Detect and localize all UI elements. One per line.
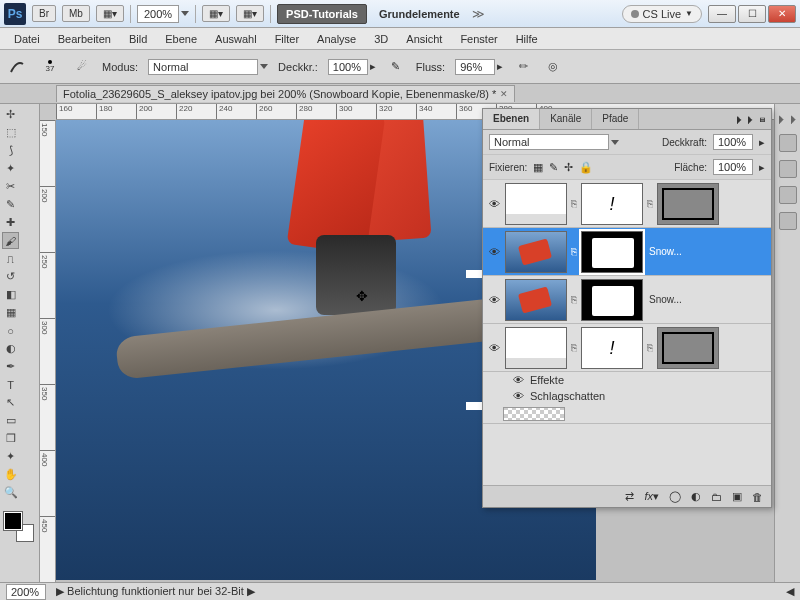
color-swatches[interactable] (4, 512, 34, 542)
group-icon[interactable]: 🗀 (711, 491, 722, 503)
stamp-tool[interactable]: ⎍ (2, 250, 19, 267)
opacity-field[interactable]: 100%▸ (328, 59, 376, 75)
tablet-opacity-icon[interactable]: ✎ (386, 57, 406, 77)
menu-fenster[interactable]: Fenster (452, 30, 505, 48)
workspace-more-icon[interactable]: ≫ (472, 7, 485, 21)
close-tab-icon[interactable]: ✕ (500, 89, 508, 99)
visibility-toggle[interactable]: 👁 (485, 246, 503, 258)
zoom-combo[interactable]: 200% (137, 5, 189, 23)
panel-menu-icon[interactable]: ⏵⏵ ▤ (728, 109, 771, 129)
maximize-button[interactable]: ☐ (738, 5, 766, 23)
expand-dock-icon[interactable]: ⏵⏵ (776, 112, 800, 126)
type-tool[interactable]: T (2, 376, 19, 393)
tab-pfade[interactable]: Pfade (592, 109, 639, 129)
arrange-button[interactable]: ▦▾ (236, 5, 264, 22)
workspace-grundelemente[interactable]: Grundelemente (373, 8, 466, 20)
extra-thumb[interactable] (657, 183, 719, 225)
mask-thumb-selected[interactable] (581, 231, 643, 273)
extras-button[interactable]: ▦▾ (202, 5, 230, 22)
layer-row-selected[interactable]: 👁 ⎘ Snow... (483, 228, 771, 276)
brush-tool[interactable]: 🖌 (2, 232, 19, 249)
new-layer-icon[interactable]: ▣ (732, 490, 742, 503)
visibility-toggle[interactable]: 👁 (485, 294, 503, 306)
layer-name[interactable]: Snow... (645, 246, 769, 257)
mask-thumb[interactable] (581, 183, 643, 225)
menu-filter[interactable]: Filter (267, 30, 307, 48)
layer-name[interactable]: Snow... (645, 294, 769, 305)
deckkraft-field[interactable]: 100% (713, 134, 753, 150)
brush-preset-picker[interactable]: 37 (38, 55, 62, 79)
mask-thumb[interactable] (581, 327, 643, 369)
eyedropper-tool[interactable]: ✎ (2, 196, 19, 213)
lock-pixels-icon[interactable]: ✎ (549, 161, 558, 174)
blur-tool[interactable]: ○ (2, 322, 19, 339)
tool-preset-icon[interactable] (8, 57, 28, 77)
lock-position-icon[interactable]: ✢ (564, 161, 573, 174)
adjustment-icon[interactable]: ◐ (691, 490, 701, 503)
zoom-tool[interactable]: 🔍 (2, 484, 19, 501)
close-button[interactable]: ✕ (768, 5, 796, 23)
minibridge-button[interactable]: Mb (62, 5, 90, 22)
3d-tool[interactable]: ❒ (2, 430, 19, 447)
move-tool[interactable]: ✢ (2, 106, 19, 123)
pen-tool[interactable]: ✒ (2, 358, 19, 375)
link-layers-icon[interactable]: ⇄ (625, 490, 634, 503)
layer-row[interactable]: 👁 ⎘ Snow... (483, 276, 771, 324)
scroll-left-icon[interactable]: ◀ (786, 585, 794, 598)
color-panel-icon[interactable] (779, 134, 797, 152)
tab-kanaele[interactable]: Kanäle (540, 109, 592, 129)
cslive-button[interactable]: CS Live▼ (622, 5, 702, 23)
lock-all-icon[interactable]: 🔒 (579, 161, 593, 174)
dodge-tool[interactable]: ◐ (2, 340, 19, 357)
zoom-status[interactable]: 200% (6, 584, 46, 600)
flaeche-field[interactable]: 100% (713, 159, 753, 175)
menu-analyse[interactable]: Analyse (309, 30, 364, 48)
minimize-button[interactable]: — (708, 5, 736, 23)
menu-ansicht[interactable]: Ansicht (398, 30, 450, 48)
foreground-color[interactable] (4, 512, 22, 530)
bridge-button[interactable]: Br (32, 5, 56, 22)
history-brush-tool[interactable]: ↺ (2, 268, 19, 285)
menu-ebene[interactable]: Ebene (157, 30, 205, 48)
layer-thumb[interactable] (505, 327, 567, 369)
menu-bild[interactable]: Bild (121, 30, 155, 48)
lock-transparency-icon[interactable]: ▦ (533, 161, 543, 174)
mask-thumb[interactable] (581, 279, 643, 321)
layer-blend-combo[interactable]: Normal (489, 134, 619, 150)
layer-thumb[interactable] (505, 183, 567, 225)
3d-camera-tool[interactable]: ✦ (2, 448, 19, 465)
layer-effects-row[interactable]: 👁Effekte (483, 372, 771, 388)
wand-tool[interactable]: ✦ (2, 160, 19, 177)
masks-panel-icon[interactable] (779, 212, 797, 230)
menu-bearbeiten[interactable]: Bearbeiten (50, 30, 119, 48)
tablet-size-icon[interactable]: ◎ (543, 57, 563, 77)
menu-auswahl[interactable]: Auswahl (207, 30, 265, 48)
layer-row[interactable]: 👁 ⎘ ⎘ (483, 324, 771, 372)
tab-ebenen[interactable]: Ebenen (483, 109, 540, 129)
layer-thumb[interactable] (505, 279, 567, 321)
hand-tool[interactable]: ✋ (2, 466, 19, 483)
flow-field[interactable]: 96%▸ (455, 59, 503, 75)
brush-panel-toggle[interactable]: ☄ (72, 57, 92, 77)
menu-hilfe[interactable]: Hilfe (508, 30, 546, 48)
layer-row[interactable]: 👁 ⎘ ⎘ (483, 180, 771, 228)
ruler-vertical[interactable]: 150200250300350400450 (40, 120, 56, 582)
extra-thumb[interactable] (657, 327, 719, 369)
gradient-tool[interactable]: ▦ (2, 304, 19, 321)
adjustments-panel-icon[interactable] (779, 186, 797, 204)
document-tab[interactable]: Fotolia_23629605_S_aleksey ipatov.jpg be… (56, 85, 515, 102)
workspace-psdtutorials[interactable]: PSD-Tutorials (277, 4, 367, 24)
path-select-tool[interactable]: ↖ (2, 394, 19, 411)
blend-mode-combo[interactable]: Normal (148, 59, 268, 75)
shape-tool[interactable]: ▭ (2, 412, 19, 429)
visibility-toggle[interactable]: 👁 (485, 198, 503, 210)
menu-3d[interactable]: 3D (366, 30, 396, 48)
mask-icon[interactable]: ◯ (669, 490, 681, 503)
marquee-tool[interactable]: ⬚ (2, 124, 19, 141)
visibility-toggle[interactable]: 👁 (485, 342, 503, 354)
screen-mode-button[interactable]: ▦▾ (96, 5, 124, 22)
fx-icon[interactable]: fx▾ (644, 490, 659, 503)
crop-tool[interactable]: ✂ (2, 178, 19, 195)
delete-layer-icon[interactable]: 🗑 (752, 491, 763, 503)
eraser-tool[interactable]: ◧ (2, 286, 19, 303)
